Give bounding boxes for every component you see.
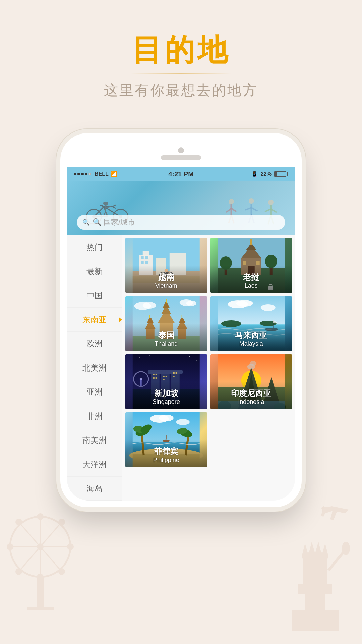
sidebar-item-hot[interactable]: 热门: [67, 235, 122, 259]
destination-card-thailand[interactable]: 泰国 Thailand: [125, 296, 207, 351]
phone-frame: BELL 📶 4:21 PM 📱 22%: [60, 133, 302, 507]
svg-point-126: [189, 356, 190, 357]
svg-point-125: [159, 359, 160, 359]
svg-point-42: [229, 199, 234, 204]
svg-rect-101: [149, 315, 150, 318]
search-placeholder-text: 🔍 国家/城市: [93, 217, 135, 227]
svg-rect-84: [243, 261, 246, 265]
status-left: BELL 📶: [74, 171, 117, 177]
svg-point-54: [268, 200, 274, 205]
sidebar-label-hot: 热门: [86, 242, 103, 253]
svg-rect-110: [218, 296, 285, 324]
svg-rect-137: [166, 376, 167, 377]
svg-point-48: [249, 198, 254, 204]
svg-line-50: [251, 208, 257, 211]
svg-rect-141: [173, 376, 175, 377]
destination-card-malaysia[interactable]: 马来西亚 Malaysia: [210, 296, 293, 351]
sidebar-item-oceania[interactable]: 大洋洲: [67, 452, 122, 477]
sidebar-label-africa: 非洲: [86, 411, 103, 422]
svg-point-6: [37, 513, 44, 520]
svg-rect-133: [156, 374, 157, 375]
phone-camera: [178, 147, 184, 153]
svg-rect-23: [292, 610, 339, 631]
svg-marker-20: [302, 542, 328, 557]
svg-rect-68: [141, 261, 144, 264]
svg-point-22: [342, 542, 350, 555]
search-bar[interactable]: 🔍 🔍 国家/城市: [77, 215, 285, 230]
sidebar-item-island[interactable]: 海岛: [67, 477, 122, 501]
svg-rect-136: [163, 376, 165, 377]
sidebar-label-oceania: 大洋洲: [82, 459, 107, 470]
svg-rect-134: [153, 377, 155, 379]
svg-rect-139: [173, 372, 175, 374]
destination-card-vietnam[interactable]: 越南 Vietnam: [125, 238, 207, 293]
svg-point-7: [67, 543, 74, 550]
svg-rect-97: [166, 299, 167, 303]
svg-rect-67: [145, 256, 148, 259]
svg-rect-105: [182, 315, 182, 318]
battery-percent: 22%: [261, 171, 272, 177]
svg-line-34: [112, 207, 116, 208]
indonesia-label: 印度尼西亚 Indonesia: [210, 381, 293, 409]
svg-point-123: [139, 357, 140, 358]
phone-wrapper: BELL 📶 4:21 PM 📱 22%: [0, 133, 362, 507]
wifi-icon: 📶: [111, 171, 117, 177]
sidebar-item-latest[interactable]: 最新: [67, 259, 122, 283]
page-background: 目的地 这里有你最想去的地方: [0, 0, 362, 644]
philippine-label: 菲律宾 Philippine: [125, 439, 207, 467]
hero-area: 🔍 🔍 国家/城市: [67, 181, 295, 235]
svg-point-37: [103, 202, 108, 206]
svg-line-57: [265, 209, 271, 212]
svg-rect-131: [148, 370, 183, 374]
svg-point-12: [15, 519, 22, 525]
destination-card-philippine[interactable]: 菲律宾 Philippine: [125, 412, 207, 467]
sidebar: 热门 最新 中国 东南亚 欧洲: [67, 235, 122, 501]
singapore-name-en: Singapore: [129, 398, 203, 406]
phone-top-bar: [67, 140, 295, 167]
destination-card-laos[interactable]: 老挝 Laos: [210, 238, 293, 293]
sidebar-item-europe[interactable]: 欧洲: [67, 332, 122, 356]
battery-icon: [274, 171, 288, 177]
sidebar-item-africa[interactable]: 非洲: [67, 404, 122, 428]
svg-rect-140: [176, 372, 177, 374]
destinations-grid: 越南 Vietnam: [122, 235, 295, 501]
search-bar-container: 🔍 🔍 国家/城市: [77, 215, 285, 230]
svg-point-119: [236, 300, 253, 307]
sidebar-item-southeast-asia[interactable]: 东南亚: [67, 308, 122, 332]
laos-name-zh: 老挝: [214, 272, 289, 282]
status-time: 4:21 PM: [168, 170, 194, 178]
svg-rect-135: [156, 377, 157, 379]
destination-card-singapore[interactable]: 新加坡 Singapore: [125, 354, 207, 409]
thailand-name-zh: 泰国: [129, 330, 203, 340]
svg-rect-69: [145, 261, 148, 264]
sidebar-item-asia[interactable]: 亚洲: [67, 380, 122, 404]
sidebar-label-china: 中国: [86, 290, 103, 301]
sidebar-item-south-america[interactable]: 南美洲: [67, 428, 122, 452]
vietnam-label: 越南 Vietnam: [125, 265, 207, 293]
svg-point-120: [260, 304, 275, 311]
svg-point-11: [58, 568, 65, 575]
svg-point-124: [149, 355, 150, 356]
svg-point-13: [15, 568, 22, 575]
main-content: 热门 最新 中国 东南亚 欧洲: [67, 235, 295, 501]
singapore-label: 新加坡 Singapore: [125, 381, 207, 409]
svg-rect-15: [27, 607, 54, 610]
destination-card-indonesia[interactable]: 印度尼西亚 Indonesia: [210, 354, 293, 409]
page-subtitle: 这里有你最想去的地方: [0, 81, 362, 100]
title-divider: [131, 73, 231, 74]
svg-rect-14: [37, 577, 44, 610]
svg-rect-138: [163, 379, 165, 380]
thailand-name-en: Thailand: [129, 340, 203, 348]
carrier-label: BELL: [95, 171, 109, 177]
sidebar-label-europe: 欧洲: [86, 338, 103, 349]
vietnam-name-en: Vietnam: [129, 282, 203, 290]
svg-line-21: [328, 550, 345, 570]
sidebar-item-north-america[interactable]: 北美洲: [67, 356, 122, 380]
status-right: 📱 22%: [251, 171, 288, 177]
svg-rect-85: [256, 261, 259, 265]
philippine-name-zh: 菲律宾: [129, 446, 203, 457]
sidebar-item-china[interactable]: 中国: [67, 283, 122, 308]
malaysia-name-en: Malaysia: [214, 340, 289, 348]
malaysia-name-zh: 马来西亚: [214, 330, 289, 340]
sidebar-label-south-america: 南美洲: [82, 435, 107, 446]
